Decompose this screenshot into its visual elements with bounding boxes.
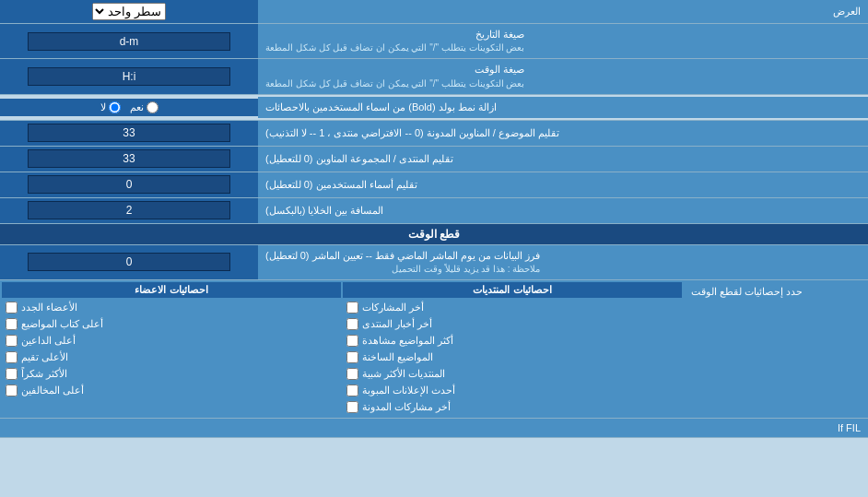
cb-blog-posts-input[interactable]: [346, 401, 358, 413]
display-label: العرض: [258, 2, 868, 21]
cell-spacing-row: المسافة بين الخلايا (بالبكسل): [0, 198, 868, 224]
bold-remove-label: ازالة نمط بولد (Bold) من اسماء المستخدمي…: [258, 97, 868, 118]
topics-titles-label: تقليم الموضوع / المناوين المدونة (0 -- ا…: [258, 121, 868, 146]
cb-new-members: الأعضاء الجدد: [2, 300, 341, 315]
posts-checkbox-col: احصائيات المنتديات أخر المشاركات أخر أخب…: [343, 282, 682, 416]
bold-yes-label[interactable]: نعم: [130, 101, 158, 113]
top-header-row: العرض سطر واحد: [0, 0, 868, 24]
cell-spacing-input-container: [0, 198, 258, 223]
cb-hot-topics-input[interactable]: [346, 351, 358, 363]
usernames-row: تقليم أسماء المستخدمين (0 للتعطيل): [0, 172, 868, 198]
cb-top-promoters-input[interactable]: [6, 335, 18, 347]
time-cut-row: فرز البيانات من يوم الماشر الماضي فقط --…: [0, 245, 868, 280]
cb-latest-ads-input[interactable]: [346, 385, 358, 396]
main-container: العرض سطر واحد صيغة التاريخ بعض التكوينا…: [0, 0, 868, 438]
cb-hot-topics: المواضيع الساخنة: [343, 349, 682, 365]
bottom-note: If FIL: [0, 419, 868, 438]
checkboxes-grid: احصائيات المنتديات أخر المشاركات أخر أخب…: [2, 282, 682, 416]
cb-top-rated-input[interactable]: [6, 351, 18, 363]
cb-latest-ads: أحدث الإعلانات المبوبة: [343, 383, 682, 398]
time-cut-input-container: [0, 245, 258, 279]
bold-remove-radio-container: نعم لا: [0, 99, 258, 116]
time-cut-label: فرز البيانات من يوم الماشر الماضي فقط --…: [258, 245, 868, 279]
time-cut-input[interactable]: [28, 253, 230, 271]
cell-spacing-input[interactable]: [28, 201, 230, 219]
cb-top-violators-input[interactable]: [6, 385, 18, 396]
topics-titles-row: تقليم الموضوع / المناوين المدونة (0 -- ا…: [0, 121, 868, 147]
single-line-select-container: سطر واحد: [0, 0, 258, 23]
bold-no-radio[interactable]: [109, 101, 121, 113]
cell-spacing-label: المسافة بين الخلايا (بالبكسل): [258, 198, 868, 223]
stats-limit-label: حدد إحصائيات لقطع الوقت: [684, 280, 868, 303]
forum-titles-input-container: [0, 147, 258, 172]
forum-titles-input[interactable]: [28, 149, 230, 168]
cb-last-posts-input[interactable]: [346, 302, 358, 314]
date-format-input-container: [0, 24, 258, 58]
bold-yes-radio[interactable]: [147, 101, 158, 113]
cb-most-similar-input[interactable]: [346, 368, 358, 380]
cb-top-promoters: أعلى الداعين: [2, 333, 341, 349]
cb-new-members-input[interactable]: [6, 302, 18, 314]
cb-top-topic-writers-input[interactable]: [6, 318, 18, 330]
members-col-header: احصائيات الاعضاء: [2, 282, 341, 298]
usernames-input-container: [0, 172, 258, 197]
topics-titles-input[interactable]: [28, 124, 230, 142]
members-checkbox-col: احصائيات الاعضاء الأعضاء الجدد أعلى كتاب…: [2, 282, 341, 416]
stats-section: حدد إحصائيات لقطع الوقت احصائيات المنتدي…: [0, 280, 868, 419]
cb-last-posts: أخر المشاركات: [343, 300, 682, 315]
cb-most-viewed-input[interactable]: [346, 335, 358, 347]
cb-last-news-input[interactable]: [346, 318, 358, 330]
date-format-input[interactable]: [28, 32, 230, 51]
date-format-row: صيغة التاريخ بعض التكوينات يتطلب "/" الت…: [0, 24, 868, 59]
bold-remove-row: ازالة نمط بولد (Bold) من اسماء المستخدمي…: [0, 95, 868, 121]
cb-top-rated: الأعلى تقيم: [2, 349, 341, 365]
time-format-row: صيغة الوقت بعض التكوينات يتطلب "/" التي …: [0, 59, 868, 94]
cb-last-news: أخر أخبار المنتدى: [343, 316, 682, 332]
posts-col-header: احصائيات المنتديات: [343, 282, 682, 298]
date-format-label: صيغة التاريخ بعض التكوينات يتطلب "/" الت…: [258, 24, 868, 58]
usernames-input[interactable]: [28, 175, 230, 194]
forum-titles-label: تقليم المنتدى / المجموعة المناوين (0 للت…: [258, 147, 868, 172]
single-line-select[interactable]: سطر واحد: [92, 3, 166, 20]
checkboxes-area: احصائيات المنتديات أخر المشاركات أخر أخب…: [0, 280, 684, 418]
bold-no-label[interactable]: لا: [100, 101, 121, 113]
cb-most-thanks: الأكثر شكراً: [2, 366, 341, 382]
time-format-input-container: [0, 59, 258, 93]
time-format-label: صيغة الوقت بعض التكوينات يتطلب "/" التي …: [258, 59, 868, 93]
time-cut-section-header: قطع الوقت: [0, 224, 868, 245]
cb-most-thanks-input[interactable]: [6, 368, 18, 380]
cb-top-topic-writers: أعلى كتاب المواضيع: [2, 316, 341, 332]
usernames-label: تقليم أسماء المستخدمين (0 للتعطيل): [258, 172, 868, 197]
time-format-input[interactable]: [28, 67, 230, 86]
cb-blog-posts: أخر مشاركات المدونة: [343, 399, 682, 415]
cb-top-violators: أعلى المخالفين: [2, 383, 341, 398]
cb-most-similar: المنتديات الأكثر شبية: [343, 366, 682, 382]
cb-most-viewed: أكثر المواضيع مشاهدة: [343, 333, 682, 349]
forum-titles-row: تقليم المنتدى / المجموعة المناوين (0 للت…: [0, 147, 868, 172]
topics-titles-input-container: [0, 121, 258, 146]
